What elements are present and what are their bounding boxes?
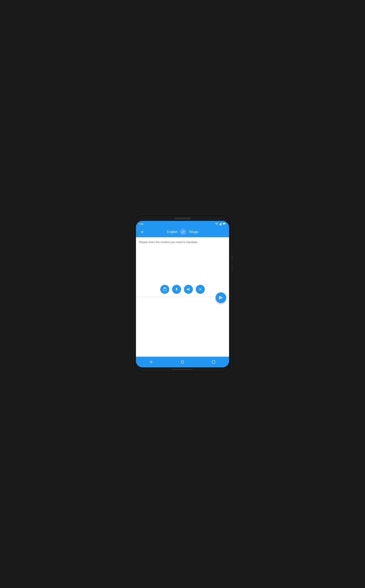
speaker-button[interactable] [184,285,193,294]
nav-back-button[interactable] [147,359,155,365]
output-content [136,297,229,357]
svg-rect-3 [220,223,221,225]
svg-line-0 [218,223,218,223]
bottom-nav [136,357,229,367]
send-button[interactable] [216,292,226,303]
microphone-button[interactable] [172,285,181,294]
nav-recents-button[interactable] [210,359,218,365]
svg-point-8 [181,361,184,363]
phone-top [136,217,229,221]
nav-home-button[interactable] [178,359,187,365]
speaker-grill [174,218,191,219]
front-camera [218,218,219,220]
status-time: 7:12 [139,223,143,225]
phone-screen: 7:12 [136,221,229,367]
back-button[interactable] [139,230,146,234]
target-language-label[interactable]: Telugu [189,230,198,234]
output-section [136,297,229,357]
wifi-icon [215,223,218,225]
phone-frame: 7:12 [133,214,232,374]
status-icons [215,223,226,225]
svg-rect-6 [225,223,225,224]
volume-up-button[interactable] [232,255,232,261]
status-bar: 7:12 [136,221,229,227]
battery-icon [223,223,226,225]
source-language-label[interactable]: English [167,230,177,234]
home-bar [172,369,193,370]
swap-languages-button[interactable] [180,229,186,235]
svg-rect-4 [221,223,222,225]
svg-rect-9 [212,361,215,364]
input-toolbar [136,283,229,297]
app-bar: English Telugu [136,227,229,237]
signal-icon [219,223,222,225]
volume-down-button[interactable] [232,264,232,271]
content-area [136,237,229,357]
clipboard-button[interactable] [160,285,169,294]
language-selector: English Telugu [146,229,219,235]
translate-input[interactable] [136,237,229,283]
phone-bottom [136,367,229,371]
svg-rect-7 [223,223,225,224]
clear-button[interactable] [196,285,205,294]
svg-rect-2 [220,224,220,225]
svg-rect-1 [219,224,219,225]
input-section [136,237,229,297]
